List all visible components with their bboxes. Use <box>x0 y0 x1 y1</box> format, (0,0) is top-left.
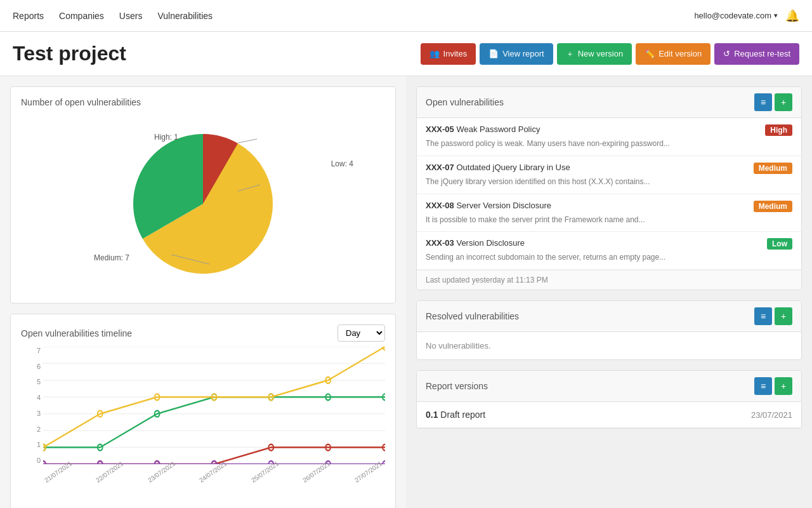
resolved-vulnerabilities-section: Resolved vulnerabilities ≡ + No vulnerab… <box>416 300 802 360</box>
y-label-5: 5 <box>37 378 41 385</box>
report-versions-list-button[interactable]: ≡ <box>754 377 772 395</box>
navigation: Reports Companies Users Vulnerabilities … <box>0 0 812 32</box>
invites-button[interactable]: 👥 Invites <box>421 43 476 65</box>
edit-version-button[interactable]: ✏️ Edit version <box>636 43 710 65</box>
open-vulnerabilities-actions: ≡ + <box>754 93 792 111</box>
pie-slices <box>133 134 273 274</box>
open-vulnerabilities-footer: Last updated yesterday at 11:13 PM <box>417 270 801 290</box>
y-axis: 7 6 5 4 3 2 1 0 <box>21 347 43 464</box>
high-pointer <box>238 139 257 143</box>
version-date-01: 23/07/2021 <box>751 410 792 420</box>
vuln-desc-xxx03: Sending an incorrect subdomain to the se… <box>426 252 792 263</box>
vuln-item-xxx03-header: XXX-03 Version Disclosure Low <box>426 238 792 250</box>
vuln-item-xxx07[interactable]: XXX-07 Outdated jQuery Library in Use Me… <box>417 156 801 194</box>
nav-companies[interactable]: Companies <box>59 11 104 21</box>
vuln-id-xxx05: XXX-05 <box>426 124 454 134</box>
vuln-badge-xxx08: Medium <box>754 201 792 212</box>
version-number-01: 0.1 <box>426 410 438 420</box>
retest-icon: ↺ <box>723 49 730 58</box>
report-versions-section: Report versions ≡ + 0.1 Draft report 23/… <box>416 370 802 429</box>
open-vulnerabilities-add-button[interactable]: + <box>775 93 792 111</box>
vuln-item-xxx05-header: XXX-05 Weak Password Policy High <box>426 124 792 136</box>
page-title: Test project <box>13 42 126 65</box>
notifications-bell[interactable]: 🔔 <box>785 9 799 23</box>
no-vulnerabilities-text: No vulnerabilities. <box>417 332 801 359</box>
resolved-vulnerabilities-actions: ≡ + <box>754 307 792 325</box>
y-label-2: 2 <box>37 425 41 433</box>
pie-chart-title: Number of open vulnerabilities <box>21 97 385 107</box>
user-dropdown-arrow: ▾ <box>774 11 778 20</box>
vuln-item-xxx05-title: XXX-05 Weak Password Policy <box>426 124 760 134</box>
page-header: Test project 👥 Invites 📄 View report ＋ N… <box>0 32 812 76</box>
vuln-item-xxx07-title: XXX-07 Outdated jQuery Library in Use <box>426 163 749 172</box>
vuln-item-xxx07-header: XXX-07 Outdated jQuery Library in Use Me… <box>426 163 792 174</box>
version-name-01: 0.1 Draft report <box>426 410 485 420</box>
open-vulnerabilities-title: Open vulnerabilities <box>426 97 504 107</box>
pie-chart-svg <box>121 121 285 286</box>
vuln-item-xxx03[interactable]: XXX-03 Version Disclosure Low Sending an… <box>417 232 801 270</box>
vuln-item-xxx05[interactable]: XXX-05 Weak Password Policy High The pas… <box>417 118 801 156</box>
nav-users[interactable]: Users <box>119 11 143 21</box>
report-versions-title: Report versions <box>426 381 488 391</box>
vuln-desc-xxx05: The password policy is weak. Many users … <box>426 138 792 149</box>
nav-reports[interactable]: Reports <box>13 11 44 21</box>
vuln-item-xxx08[interactable]: XXX-08 Server Version Disclosure Medium … <box>417 194 801 232</box>
vuln-id-xxx03: XXX-03 <box>426 238 454 248</box>
new-version-icon: ＋ <box>566 48 574 60</box>
vuln-id-xxx08: XXX-08 <box>426 201 454 210</box>
pie-chart-wrapper: High: 1 Low: 4 Medium: 7 <box>21 115 385 293</box>
user-email: hello@codevate.com <box>694 11 771 20</box>
right-panel: Open vulnerabilities ≡ + XXX-05 Weak Pas… <box>406 76 812 508</box>
timeline-title: Open vulnerabilities timeline <box>21 328 132 338</box>
chart-container: 7 6 5 4 3 2 1 0 <box>21 347 385 486</box>
open-vulnerabilities-list-button[interactable]: ≡ <box>754 93 772 111</box>
y-label-4: 4 <box>37 394 41 401</box>
open-vulnerabilities-header: Open vulnerabilities ≡ + <box>417 87 801 118</box>
view-report-button[interactable]: 📄 View report <box>480 43 553 65</box>
left-panel: Number of open vulnerabilities High: 1 L… <box>0 76 406 508</box>
resolved-vulnerabilities-list-button[interactable]: ≡ <box>754 307 772 325</box>
vuln-id-xxx07: XXX-07 <box>426 163 454 172</box>
vuln-item-xxx03-title: XXX-03 Version Disclosure <box>426 238 762 248</box>
resolved-vulnerabilities-add-button[interactable]: + <box>775 307 792 325</box>
version-item-01[interactable]: 0.1 Draft report 23/07/2021 <box>417 402 801 428</box>
main-content: Number of open vulnerabilities High: 1 L… <box>0 76 812 508</box>
nav-vulnerabilities[interactable]: Vulnerabilities <box>157 11 213 21</box>
vuln-desc-xxx08: It is possible to make the server print … <box>426 215 792 225</box>
vuln-badge-xxx07: Medium <box>754 163 792 174</box>
report-versions-add-button[interactable]: + <box>775 377 792 395</box>
view-report-icon: 📄 <box>488 49 499 58</box>
line-low <box>43 397 385 447</box>
vuln-item-xxx08-title: XXX-08 Server Version Disclosure <box>426 201 749 210</box>
user-menu[interactable]: hello@codevate.com ▾ <box>694 11 778 20</box>
vuln-badge-xxx03: Low <box>767 238 792 250</box>
timeline-period-select[interactable]: Day Week Month <box>337 324 385 342</box>
y-label-0: 0 <box>37 457 41 464</box>
new-version-button[interactable]: ＋ New version <box>557 43 632 65</box>
timeline-card: Open vulnerabilities timeline Day Week M… <box>10 314 396 508</box>
pie-label-high: High: 1 <box>154 133 178 142</box>
y-label-1: 1 <box>37 441 41 448</box>
open-vulnerabilities-section: Open vulnerabilities ≡ + XXX-05 Weak Pas… <box>416 86 802 290</box>
report-versions-header: Report versions ≡ + <box>417 371 801 402</box>
report-versions-actions: ≡ + <box>754 377 792 395</box>
request-retest-button[interactable]: ↺ Request re-test <box>714 43 799 65</box>
nav-links: Reports Companies Users Vulnerabilities <box>13 11 213 21</box>
x-axis: 21/07/2021 22/07/2021 23/07/2021 24/07/2… <box>43 464 385 486</box>
vuln-desc-xxx07: The jQuery library version identified on… <box>426 177 792 187</box>
vuln-badge-xxx05: High <box>765 124 792 136</box>
nav-right: hello@codevate.com ▾ 🔔 <box>694 9 799 23</box>
vuln-item-xxx08-header: XXX-08 Server Version Disclosure Medium <box>426 201 792 212</box>
header-actions: 👥 Invites 📄 View report ＋ New version ✏️… <box>421 43 799 65</box>
pie-label-medium: Medium: 7 <box>94 253 129 262</box>
y-label-7: 7 <box>37 347 41 354</box>
invites-icon: 👥 <box>429 49 440 58</box>
resolved-vulnerabilities-title: Resolved vulnerabilities <box>426 311 519 321</box>
edit-version-icon: ✏️ <box>645 49 655 58</box>
resolved-vulnerabilities-header: Resolved vulnerabilities ≡ + <box>417 301 801 332</box>
y-label-3: 3 <box>37 410 41 417</box>
y-label-6: 6 <box>37 363 41 370</box>
timeline-svg <box>43 347 385 464</box>
pie-chart-card: Number of open vulnerabilities High: 1 L… <box>10 86 396 304</box>
timeline-header: Open vulnerabilities timeline Day Week M… <box>21 324 385 342</box>
